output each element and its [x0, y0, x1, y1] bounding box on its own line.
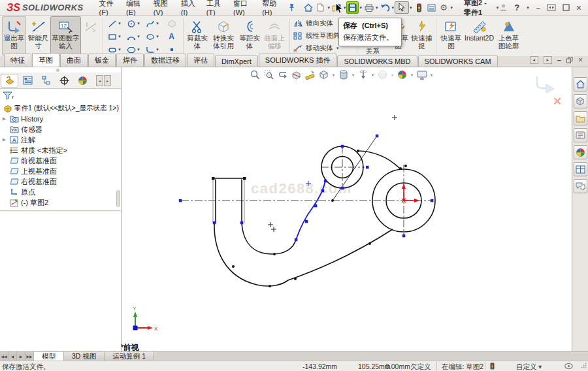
user-account-icon[interactable]	[499, 3, 508, 12]
menu-tools[interactable]: 工具(T)	[201, 0, 228, 15]
tab-dimxpert[interactable]: DimXpert	[215, 56, 258, 67]
offset-entities-button[interactable]: 等距实体	[238, 16, 261, 56]
window-title-dropdown-icon[interactable]: ▾	[497, 5, 499, 10]
ellipse-dropdown-icon[interactable]: ▾	[156, 34, 159, 39]
status-tag-icon[interactable]	[564, 363, 573, 370]
view-orientation-dropdown-icon[interactable]: ▾	[333, 73, 335, 77]
doc-tab-model[interactable]: 模型	[34, 352, 64, 361]
tab-surfaces[interactable]: 曲面	[60, 54, 88, 67]
tab-nav-prev-button[interactable]: ◀	[8, 352, 17, 361]
rapid-sketch-button[interactable]: 快速草图	[438, 16, 465, 56]
circle-dropdown-icon[interactable]: ▾	[137, 21, 140, 26]
tab-evaluate[interactable]: 评估	[187, 54, 214, 67]
slot-dropdown-icon[interactable]: ▾	[118, 47, 121, 52]
menu-help[interactable]: 帮助(H)	[257, 0, 284, 15]
menu-file[interactable]: 文件(F)	[94, 0, 121, 15]
ellipse-tool[interactable]: ▾	[143, 30, 162, 43]
panel-tab-scroll-right[interactable]: ▸	[104, 75, 111, 86]
tab-sw-cam[interactable]: SOLIDWORKS CAM	[418, 56, 498, 67]
point-markers[interactable]	[268, 115, 397, 232]
view-settings-icon[interactable]	[416, 69, 427, 80]
section-view-icon[interactable]	[291, 69, 302, 80]
view-orientation-icon[interactable]	[318, 69, 329, 80]
tab-property-manager[interactable]	[19, 74, 37, 88]
save-dropdown-icon[interactable]: ▾	[359, 5, 362, 10]
rectangle-dropdown-icon[interactable]: ▾	[118, 34, 121, 39]
construction-line[interactable]	[333, 136, 377, 201]
menu-insert[interactable]: 插入(I)	[176, 0, 201, 15]
taskpane-resources-button[interactable]	[574, 94, 587, 108]
zoom-fit-icon[interactable]	[250, 69, 261, 80]
print-dropdown-icon[interactable]: ▾	[376, 5, 378, 10]
expand-arrow-icon[interactable]: ▶	[1, 137, 7, 142]
taskpane-home-button[interactable]	[574, 77, 587, 91]
exit-sketch-button[interactable]: 退出草图	[2, 16, 26, 56]
rebuild-button[interactable]	[413, 1, 425, 14]
tab-scroll-left-button[interactable]: ◂	[530, 56, 538, 64]
apply-scene-icon[interactable]	[397, 69, 408, 80]
display-style-dropdown-icon[interactable]: ▾	[352, 73, 354, 77]
tree-item-right-plane[interactable]: 右视基准面	[0, 176, 121, 187]
previous-view-icon[interactable]	[277, 69, 288, 80]
settings-gear-button[interactable]: ⚙	[438, 1, 450, 14]
settings-dropdown-icon[interactable]: ▾	[451, 5, 453, 10]
save-button[interactable]	[346, 1, 359, 14]
text-tool[interactable]: A	[162, 30, 181, 43]
doc-tab-motion-study[interactable]: 运动算例 1	[105, 352, 154, 361]
tab-dimxpert-manager[interactable]	[56, 74, 73, 88]
tab-nav-next-button[interactable]: ▶	[17, 352, 25, 361]
circle-tool[interactable]: ▾	[124, 17, 143, 30]
tree-item-origin[interactable]: 原点	[0, 187, 121, 197]
hide-show-items-icon[interactable]	[357, 69, 368, 80]
minimize-button[interactable]: –	[536, 4, 540, 12]
line-dropdown-icon[interactable]: ▾	[118, 21, 121, 26]
tab-data-migration[interactable]: 数据迁移	[144, 54, 186, 67]
select-dropdown-icon[interactable]: ▾	[410, 5, 412, 10]
filter-icon[interactable]	[3, 91, 16, 100]
tree-item-front-plane[interactable]: 前视基准面	[0, 155, 121, 166]
trim-entities-button[interactable]: 剪裁实体	[186, 16, 209, 56]
tab-weldments[interactable]: 焊件	[116, 54, 144, 67]
taskpane-file-explorer-button[interactable]	[574, 128, 587, 142]
polygon-dropdown-icon[interactable]: ▾	[137, 47, 140, 52]
units-dropdown-icon[interactable]: ▾	[538, 363, 542, 370]
sketch-numeric-input-button[interactable]: 12 草图数字输入	[50, 16, 81, 56]
convert-entities-button[interactable]: 转换实体引用	[209, 16, 238, 56]
display-style-icon[interactable]	[338, 69, 349, 80]
tab-configuration-manager[interactable]	[37, 74, 55, 88]
doc-tab-3d-views[interactable]: 3D 视图	[64, 352, 105, 361]
pin-menu-icon[interactable]	[288, 3, 295, 12]
tree-item-annotations[interactable]: ▶ A 注解	[0, 135, 121, 145]
graphics-area[interactable]: cad2688.com	[122, 67, 572, 351]
taskpane-custom-properties-button[interactable]	[574, 162, 587, 176]
edit-appearance-icon[interactable]	[377, 69, 388, 80]
tab-scroll-right-button[interactable]: ▸	[544, 56, 552, 64]
maximize-button[interactable]	[563, 4, 570, 11]
help-button[interactable]: ?	[514, 3, 519, 12]
tab-sw-mbd[interactable]: SOLIDWORKS MBD	[337, 56, 417, 67]
doc-minimize-button[interactable]: –	[557, 56, 561, 64]
tree-item-top-plane[interactable]: 上视基准面	[0, 166, 121, 176]
line-tool[interactable]: ▾	[105, 17, 124, 30]
tab-nav-last-button[interactable]: ▶▶	[25, 352, 34, 361]
taskpane-design-library-button[interactable]	[574, 111, 587, 125]
panel-grip[interactable]	[56, 69, 59, 72]
expand-width-button[interactable]	[547, 4, 556, 11]
spline-tool[interactable]: ▾	[143, 17, 162, 30]
spline-dropdown-icon[interactable]: ▾	[156, 21, 159, 26]
taskpane-forum-button[interactable]	[574, 179, 587, 193]
close-button[interactable]: ×	[576, 3, 581, 13]
tab-features[interactable]: 特征	[4, 54, 31, 67]
appearance-dropdown-icon[interactable]: ▾	[391, 73, 393, 77]
sketch-canvas[interactable]: cad2688.com	[122, 67, 572, 351]
menu-window[interactable]: 窗口(W)	[228, 0, 257, 15]
menu-edit[interactable]: 编辑(E)	[121, 0, 148, 15]
tab-display-manager[interactable]	[74, 74, 91, 88]
instant2d-button[interactable]: Instant2D	[465, 16, 495, 56]
move-dropdown-icon[interactable]: ▾	[336, 46, 339, 51]
rectangle-tool[interactable]: ▾	[105, 30, 124, 43]
options-list-button[interactable]	[425, 1, 438, 14]
measure-tools-icon[interactable]	[304, 69, 316, 80]
tab-sw-addins[interactable]: SOLIDWORKS 插件	[259, 54, 337, 67]
menu-view[interactable]: 视图(V)	[148, 0, 176, 15]
